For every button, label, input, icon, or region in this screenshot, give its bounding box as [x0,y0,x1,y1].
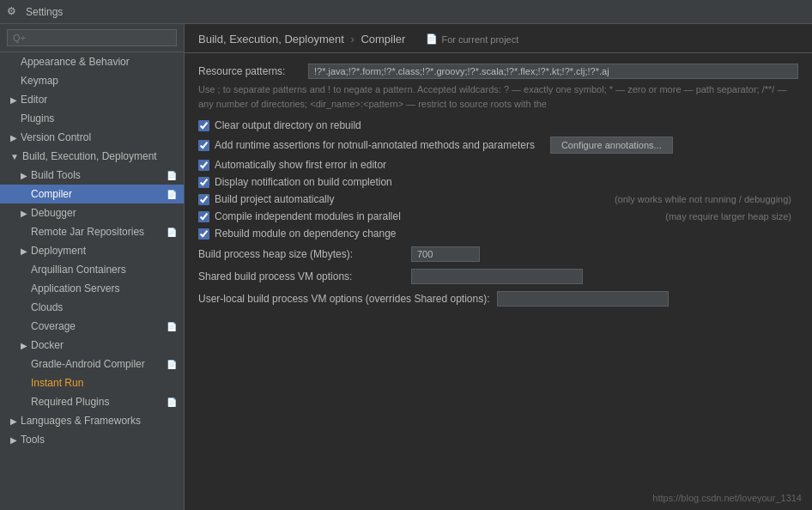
content-area: Build, Execution, Deployment › Compiler … [185,24,812,510]
for-current-project-label: For current project [441,34,518,45]
checkbox-row-rebuild-module: Rebuild module on dependency change [198,228,798,240]
heap-size-row: Build process heap size (Mbytes): [198,246,798,262]
search-box[interactable] [0,24,184,52]
sidebar-item-required-plugins[interactable]: ▶Required Plugins📄 [0,392,184,411]
arrow-icon: ▶ [21,341,27,350]
sidebar-item-label: Deployment [31,245,86,257]
arrow-icon: ▶ [10,435,17,445]
heap-size-input[interactable] [411,246,480,262]
checkbox-add-runtime[interactable] [198,140,209,151]
arrow-icon: ▶ [10,133,17,143]
user-local-vm-row: User-local build process VM options (ove… [198,291,798,307]
checkbox-auto-show-error[interactable] [198,160,209,171]
sidebar-item-remote-jar[interactable]: ▶Remote Jar Repositories📄 [0,222,184,241]
sidebar-item-label: Plugins [21,112,54,124]
checkbox-note-compile-independent: (may require larger heap size) [665,211,798,222]
checkbox-clear-output[interactable] [198,120,209,131]
page-icon: 📄 [167,360,177,369]
sidebar-item-compiler[interactable]: ▶Compiler📄 [0,185,184,203]
checkbox-build-auto[interactable] [198,194,209,205]
arrow-icon: ▶ [21,246,27,256]
page-icon: 📄 [167,190,177,199]
breadcrumb: Build, Execution, Deployment › Compiler [198,33,405,46]
arrow-icon: ▶ [21,171,27,180]
sidebar-item-app-servers[interactable]: ▶Application Servers [0,279,184,298]
sidebar-item-instant-run[interactable]: ▶Instant Run [0,373,184,392]
sidebar-item-label: Instant Run [31,377,83,389]
sidebar-item-label: Tools [21,434,45,446]
checkbox-label-build-auto: Build project automatically [215,193,334,205]
arrow-icon: ▼ [10,152,19,161]
for-current-project: 📄 For current project [426,33,518,45]
sidebar-item-editor[interactable]: ▶Editor [0,90,184,109]
search-input[interactable] [7,29,177,46]
sidebar-item-label: Keymap [21,75,58,87]
sidebar-item-label: Application Servers [31,282,119,294]
sidebar-item-label: Arquillian Containers [31,264,126,276]
sidebar-item-keymap[interactable]: ▶Keymap [0,71,184,90]
shared-vm-row: Shared build process VM options: [198,269,798,284]
main-layout: ▶Appearance & Behavior▶Keymap▶Editor▶Plu… [0,24,812,510]
shared-vm-label: Shared build process VM options: [198,270,404,282]
user-local-vm-input[interactable] [497,291,669,307]
sidebar-item-version-control[interactable]: ▶Version Control [0,128,184,147]
breadcrumb-parent: Build, Execution, Deployment [198,33,344,46]
checkbox-row-compile-independent: Compile independent modules in parallel(… [198,210,798,222]
sidebar-item-plugins[interactable]: ▶Plugins [0,109,184,128]
checkbox-label-rebuild-module: Rebuild module on dependency change [215,228,397,240]
sidebar-item-label: Coverage [31,320,76,332]
sidebar-item-label: Clouds [31,301,63,313]
sidebar-item-languages[interactable]: ▶Languages & Frameworks [0,411,184,430]
sidebar-item-label: Appearance & Behavior [21,56,130,68]
sidebar-item-build-tools[interactable]: ▶Build Tools📄 [0,166,184,185]
sidebar-item-deployment[interactable]: ▶Deployment [0,241,184,260]
page-icon: 📄 [167,228,177,237]
checkbox-row-auto-show-error: Automatically show first error in editor [198,159,798,171]
shared-vm-input[interactable] [411,269,583,284]
sidebar-item-label: Build, Execution, Deployment [22,150,157,162]
checkbox-row-display-notification: Display notification on build completion [198,176,798,188]
resource-patterns-label: Resource patterns: [198,65,301,77]
arrow-icon: ▶ [21,209,27,218]
resource-patterns-input[interactable] [308,64,798,79]
sidebar-item-docker[interactable]: ▶Docker [0,336,184,355]
resource-patterns-row: Resource patterns: [198,64,798,79]
checkbox-label-display-notification: Display notification on build completion [215,176,392,188]
sidebar-item-label: Docker [31,339,64,351]
heap-size-label: Build process heap size (Mbytes): [198,248,404,260]
checkbox-label-clear-output: Clear output directory on rebuild [215,119,361,131]
checkbox-label-auto-show-error: Automatically show first error in editor [215,159,386,171]
sidebar: ▶Appearance & Behavior▶Keymap▶Editor▶Plu… [0,24,185,510]
hint-text-1: Use ; to separate patterns and ! to nega… [198,82,798,111]
sidebar-item-label: Compiler [31,188,72,200]
breadcrumb-current: Compiler [361,33,405,46]
sidebar-item-build-execution[interactable]: ▼Build, Execution, Deployment [0,147,184,166]
sidebar-item-gradle-android[interactable]: ▶Gradle-Android Compiler📄 [0,355,184,373]
sidebar-item-label: Debugger [31,207,76,219]
sidebar-item-arquillian[interactable]: ▶Arquillian Containers [0,260,184,279]
title-bar: ⚙ Settings [0,0,812,24]
watermark: https://blog.csdn.net/loveyour_1314 [652,493,802,503]
checkbox-row-clear-output: Clear output directory on rebuild [198,119,798,131]
sidebar-item-label: Remote Jar Repositories [31,226,144,238]
sidebar-item-label: Languages & Frameworks [21,415,141,427]
configure-annotations-button[interactable]: Configure annotations... [550,137,673,154]
checkbox-rebuild-module[interactable] [198,228,209,240]
sidebar-item-label: Required Plugins [31,396,109,408]
checkbox-label-add-runtime: Add runtime assertions for notnull-annot… [215,139,535,151]
sidebar-item-debugger[interactable]: ▶Debugger [0,203,184,222]
sidebar-item-tools[interactable]: ▶Tools [0,430,184,449]
sidebar-item-clouds[interactable]: ▶Clouds [0,298,184,317]
checkbox-row-add-runtime: Add runtime assertions for notnull-annot… [198,137,798,154]
settings-icon: ⚙ [7,5,21,19]
user-local-vm-label: User-local build process VM options (ove… [198,293,490,305]
checkbox-compile-independent[interactable] [198,211,209,222]
checkbox-display-notification[interactable] [198,177,209,188]
sidebar-item-appearance[interactable]: ▶Appearance & Behavior [0,52,184,71]
sidebar-item-label: Editor [21,94,47,106]
breadcrumb-separator: › [350,33,354,46]
sidebar-item-label: Gradle-Android Compiler [31,358,145,370]
page-icon: 📄 [167,398,177,407]
project-icon: 📄 [426,33,438,45]
sidebar-item-coverage[interactable]: ▶Coverage📄 [0,317,184,336]
